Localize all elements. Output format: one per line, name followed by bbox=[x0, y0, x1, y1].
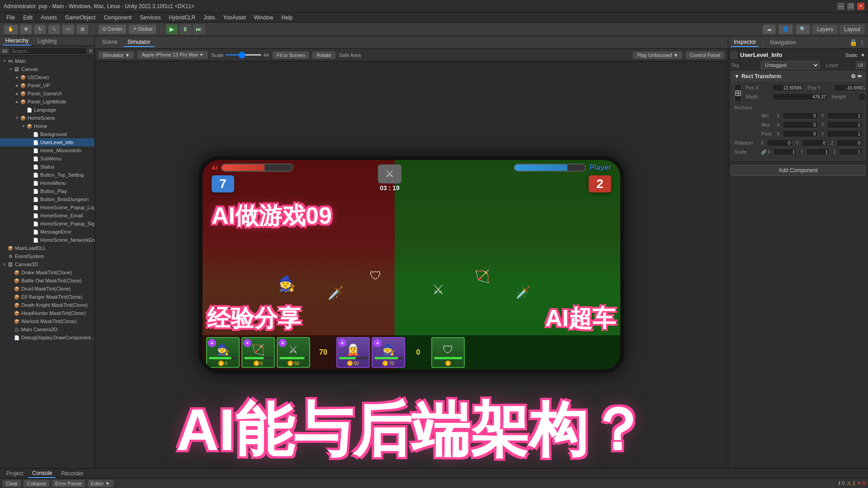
rect-transform-header[interactable]: ▼ Rect Transform ⚙ ✏ bbox=[731, 71, 865, 81]
width-field[interactable] bbox=[772, 93, 828, 100]
hero-card-1[interactable]: 4 🧙 ●0 bbox=[206, 337, 240, 368]
tree-item-4[interactable]: ▶📦Panel_GameUI bbox=[0, 89, 94, 98]
move-tool[interactable]: ✥ bbox=[20, 24, 32, 34]
pivot-x-field[interactable] bbox=[783, 130, 818, 137]
menu-item-file[interactable]: File bbox=[3, 14, 19, 22]
more-icon-inspector[interactable]: ⋮ bbox=[859, 39, 865, 46]
layout-button[interactable]: Layout bbox=[840, 25, 864, 34]
edit-icon[interactable]: ✏ bbox=[858, 73, 862, 80]
tab-simulator[interactable]: Simulator bbox=[124, 38, 154, 47]
menu-item-window[interactable]: Window bbox=[250, 14, 277, 22]
anchor-preset-icon[interactable]: ⊞ bbox=[734, 84, 742, 102]
search-btn[interactable]: 🔍 bbox=[796, 24, 810, 34]
pause-button[interactable]: ⏸ bbox=[179, 24, 191, 34]
tree-item-16[interactable]: 📄Button_Play bbox=[0, 187, 94, 195]
hero-card-5[interactable]: 4 🧙 ●70 bbox=[372, 337, 405, 368]
tab-inspector[interactable]: Inspector bbox=[731, 38, 759, 47]
tree-item-29[interactable]: 📦Elf Ranger MaskTint(Clone) bbox=[0, 293, 94, 301]
tab-console[interactable]: Console bbox=[28, 469, 56, 478]
tree-item-27[interactable]: 📦Battle Owl MaskTint(Clone) bbox=[0, 277, 94, 285]
add-component-button[interactable]: Add Component bbox=[731, 165, 865, 176]
menu-item-help[interactable]: Help bbox=[278, 14, 296, 22]
component-checkbox[interactable] bbox=[731, 52, 737, 58]
tab-hierarchy[interactable]: Hierarchy bbox=[3, 37, 31, 46]
error-pause-button[interactable]: Error Pause bbox=[52, 480, 85, 487]
scale-y-field[interactable] bbox=[806, 148, 830, 155]
tree-item-26[interactable]: 📦Drake MaskTint(Clone) bbox=[0, 268, 94, 277]
close-button[interactable]: ✕ bbox=[857, 3, 864, 10]
transform-tool[interactable]: ⊞ bbox=[76, 24, 89, 34]
tab-recorder[interactable]: Recorder bbox=[57, 469, 87, 478]
rotate-tool[interactable]: ↻ bbox=[34, 24, 46, 34]
tree-item-10[interactable]: 📄UserLevel_info bbox=[0, 138, 94, 146]
collab-btn[interactable]: ☁ bbox=[763, 24, 776, 34]
minimize-button[interactable]: — bbox=[837, 3, 844, 10]
tree-item-5[interactable]: ▶📦Panel_LightMode bbox=[0, 98, 94, 106]
control-panel-btn[interactable]: Control Panel bbox=[686, 52, 724, 59]
clear-button[interactable]: Clear bbox=[3, 480, 21, 487]
menu-item-gameobject[interactable]: GameObject bbox=[61, 14, 99, 22]
pos-x-field[interactable] bbox=[772, 84, 804, 91]
rot-y-field[interactable] bbox=[802, 139, 827, 146]
min-x-field[interactable] bbox=[783, 112, 818, 119]
tag-dropdown[interactable]: Untagged bbox=[761, 61, 820, 69]
step-button[interactable]: ⏭ bbox=[193, 24, 205, 34]
tree-item-33[interactable]: 🎥Main Camera3D bbox=[0, 325, 94, 333]
max-y-field[interactable] bbox=[827, 121, 862, 128]
tree-item-18[interactable]: 📄HomeScene_Popup_Login bbox=[0, 203, 94, 211]
scale-z-field[interactable] bbox=[839, 148, 862, 155]
safe-area-toggle[interactable]: Safe Area bbox=[339, 52, 361, 58]
lock-icon[interactable]: 🔒 bbox=[849, 39, 857, 46]
layers-button[interactable]: Layers bbox=[813, 25, 837, 34]
tree-item-30[interactable]: 📦Death Knight MaskTint(Clone) bbox=[0, 301, 94, 309]
fit-to-screen-button[interactable]: Fit to Screen bbox=[273, 52, 309, 59]
tree-item-3[interactable]: ▶📦Panel_UP bbox=[0, 81, 94, 89]
tab-scene[interactable]: Scene bbox=[99, 38, 121, 47]
scale-x-field[interactable] bbox=[773, 148, 797, 155]
play-button[interactable]: ▶ bbox=[166, 24, 178, 34]
max-x-field[interactable] bbox=[783, 121, 818, 128]
hierarchy-search[interactable] bbox=[9, 47, 87, 55]
tree-item-12[interactable]: 📄SubMenu bbox=[0, 155, 94, 163]
tree-item-17[interactable]: 📄Button_BossDungeon bbox=[0, 195, 94, 203]
tree-item-6[interactable]: 📄Language bbox=[0, 106, 94, 114]
pos-y-field[interactable] bbox=[834, 84, 865, 91]
menu-item-edit[interactable]: Edit bbox=[19, 14, 36, 22]
tree-item-7[interactable]: ▼📦HomeScene bbox=[0, 114, 94, 122]
menu-item-assets[interactable]: Assets bbox=[37, 14, 61, 22]
static-dropdown[interactable]: ▼ bbox=[860, 52, 865, 58]
menu-item-component[interactable]: Component bbox=[100, 14, 135, 22]
min-y-field[interactable] bbox=[827, 112, 862, 119]
rot-z-field[interactable] bbox=[836, 139, 862, 146]
simulator-dropdown[interactable]: Simulator ▼ bbox=[99, 52, 134, 59]
tree-item-2[interactable]: ▶📦UI(Clone) bbox=[0, 73, 94, 81]
height-field[interactable] bbox=[859, 93, 866, 100]
tree-item-28[interactable]: 📦Druid MaskTint(Clone) bbox=[0, 285, 94, 293]
scale-tool[interactable]: ⤡ bbox=[48, 24, 60, 34]
scale-slider[interactable] bbox=[226, 54, 262, 56]
tree-item-24[interactable]: ⚙EventSystem bbox=[0, 252, 94, 260]
hero-card-4[interactable]: 4 🧝 ●50 bbox=[336, 337, 370, 368]
menu-item-hybridclr[interactable]: HybridCLR bbox=[165, 14, 199, 22]
account-btn[interactable]: 👤 bbox=[778, 24, 793, 34]
tree-item-19[interactable]: 📄HomeScene_Email bbox=[0, 211, 94, 220]
tree-item-8[interactable]: ▼📦Home bbox=[0, 122, 94, 130]
global-button[interactable]: ↗ Global bbox=[128, 24, 156, 34]
menu-item-yooasset[interactable]: YooAsset bbox=[220, 14, 250, 22]
tree-item-25[interactable]: ▼🖼Canvas3D bbox=[0, 260, 94, 268]
tree-item-1[interactable]: ▼🖼Canvas bbox=[0, 65, 94, 73]
tree-item-34[interactable]: 📄DebugDisplay.DrawComponent... bbox=[0, 333, 94, 342]
tree-item-14[interactable]: 📄Button_Top_Setting bbox=[0, 171, 94, 179]
menu-item-services[interactable]: Services bbox=[136, 14, 164, 22]
hero-card-3[interactable]: 4 ⚔ ●50 bbox=[277, 337, 310, 368]
rotate-button[interactable]: Rotate bbox=[312, 52, 335, 59]
tree-item-23[interactable]: 📦MainLoadDLL bbox=[0, 244, 94, 252]
editor-filter-button[interactable]: Editor ▼ bbox=[88, 480, 113, 487]
tab-navigation[interactable]: Navigation bbox=[767, 38, 798, 47]
tree-item-21[interactable]: 📄MessageError bbox=[0, 228, 94, 236]
tree-item-15[interactable]: 📄HomeMenu bbox=[0, 179, 94, 187]
device-selector[interactable]: Apple iPhone 13 Pro Max ✦ bbox=[137, 51, 208, 59]
rect-tool[interactable]: ▭ bbox=[62, 24, 75, 34]
hero-card-2[interactable]: 4 🏹 ●0 bbox=[241, 337, 275, 368]
hero-card-6[interactable]: 🛡 ● bbox=[431, 337, 465, 368]
